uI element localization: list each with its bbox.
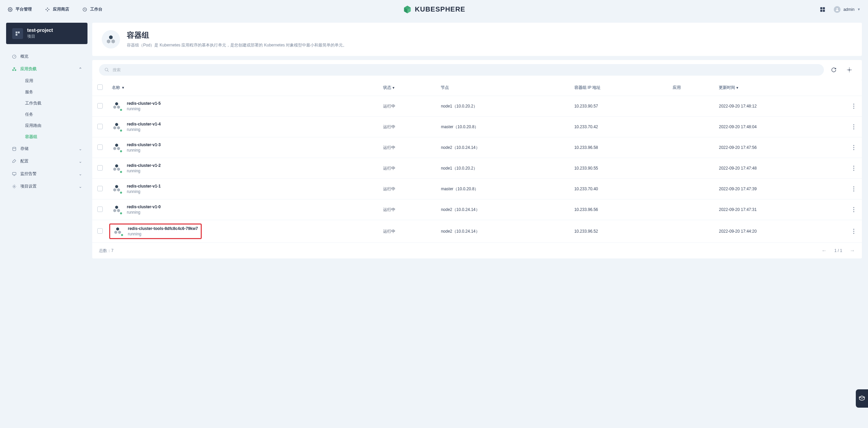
cell-ip: 10.233.70.42	[570, 117, 669, 137]
chevron-down-icon: ▼	[857, 7, 861, 11]
svg-point-23	[853, 147, 854, 148]
settings-icon	[12, 184, 17, 189]
cell-updated: 2022-09-20 17:47:48	[715, 158, 846, 179]
topbar-appstore[interactable]: 应用商店	[45, 6, 69, 12]
svg-rect-5	[823, 9, 825, 12]
table-row[interactable]: redis-cluster-v1-1 running 运行中 master（10…	[92, 179, 862, 199]
table-row[interactable]: redis-cluster-v1-2 running 运行中 node1（10.…	[92, 158, 862, 179]
pod-icon	[112, 204, 123, 215]
search-input[interactable]	[113, 67, 818, 72]
cell-ip: 10.233.96.56	[570, 199, 669, 220]
row-checkbox[interactable]	[97, 124, 103, 129]
row-checkbox[interactable]	[97, 228, 103, 234]
cell-status: 运行中	[379, 117, 437, 137]
col-status[interactable]: 状态▾	[379, 80, 437, 96]
pod-state: running	[127, 169, 161, 173]
table-row[interactable]: redis-cluster-v1-0 running 运行中 node2（10.…	[92, 199, 862, 220]
row-more-button[interactable]	[850, 206, 858, 214]
row-more-button[interactable]	[850, 143, 858, 152]
row-more-button[interactable]	[850, 164, 858, 172]
nav-sub-service[interactable]: 服务	[21, 86, 86, 98]
svg-point-22	[853, 145, 854, 146]
table-row[interactable]: redis-cluster-v1-4 running 运行中 master（10…	[92, 117, 862, 137]
project-sub: 项目	[27, 34, 53, 39]
page-next-button[interactable]: →	[850, 248, 855, 254]
row-more-button[interactable]	[850, 185, 858, 193]
pod-icon	[112, 101, 123, 112]
cell-ip: 10.233.90.55	[570, 158, 669, 179]
pod-name-cell[interactable]: redis-cluster-tools-8dfc8c4c6-79kw7 runn…	[113, 226, 198, 237]
appstore-icon	[45, 7, 50, 12]
svg-rect-3	[823, 7, 825, 9]
pod-name-cell[interactable]: redis-cluster-v1-0 running	[112, 204, 375, 215]
nav-sub-workload[interactable]: 工作负载	[21, 98, 86, 109]
refresh-button[interactable]	[828, 64, 840, 76]
page-prev-button[interactable]: ←	[822, 248, 827, 254]
svg-point-26	[853, 168, 854, 169]
row-checkbox[interactable]	[97, 186, 103, 191]
svg-point-0	[9, 9, 11, 10]
topbar-workbench-label: 工作台	[90, 6, 102, 12]
sort-icon: ▾	[736, 86, 738, 90]
cell-ip: 10.233.96.58	[570, 137, 669, 158]
row-more-button[interactable]	[850, 123, 858, 131]
pod-name-cell[interactable]: redis-cluster-v1-5 running	[112, 101, 375, 112]
help-fab[interactable]	[856, 389, 868, 408]
cell-node: node1（10.0.20.2）	[437, 158, 570, 179]
row-more-button[interactable]	[850, 102, 858, 110]
nav-sub-job[interactable]: 任务	[21, 109, 86, 120]
table-row[interactable]: redis-cluster-v1-5 running 运行中 node1（10.…	[92, 96, 862, 117]
pod-name-cell[interactable]: redis-cluster-v1-1 running	[112, 183, 375, 194]
cell-node: node2（10.0.24.14）	[437, 137, 570, 158]
col-name[interactable]: 名称▼	[108, 80, 379, 96]
svg-point-32	[853, 209, 854, 210]
nav-settings[interactable]: 项目设置 ⌄	[7, 180, 86, 193]
pod-name-cell[interactable]: redis-cluster-v1-4 running	[112, 121, 375, 132]
chevron-up-icon: ⌃	[79, 67, 82, 72]
svg-rect-7	[16, 32, 17, 33]
nav-sub-app[interactable]: 应用	[21, 75, 86, 86]
topbar-workbench[interactable]: 工作台	[82, 6, 102, 12]
select-all-checkbox[interactable]	[97, 84, 103, 90]
topbar-platform-label: 平台管理	[16, 6, 32, 12]
topbar-platform[interactable]: 平台管理	[7, 6, 32, 12]
row-more-button[interactable]	[850, 227, 858, 235]
brand[interactable]: KUBESPHERE	[403, 5, 466, 14]
project-card[interactable]: test-project 项目	[6, 23, 87, 44]
col-updated[interactable]: 更新时间▾	[715, 80, 846, 96]
row-checkbox[interactable]	[97, 207, 103, 212]
nav-workloads[interactable]: 应用负载 ⌃	[7, 63, 86, 75]
pod-name-cell[interactable]: redis-cluster-v1-2 running	[112, 163, 375, 174]
nav-monitor-label: 监控告警	[20, 171, 37, 177]
table: 名称▼ 状态▾ 节点 容器组 IP 地址 应用 更新时间▾ redis-clus…	[92, 80, 862, 258]
cell-ip: 10.233.70.40	[570, 179, 669, 199]
nav-sub-pod[interactable]: 容器组	[21, 131, 86, 142]
dashboard-icon	[12, 54, 17, 59]
nav-monitor[interactable]: 监控告警 ⌄	[7, 168, 86, 180]
svg-point-19	[853, 124, 854, 125]
user-menu[interactable]: admin ▼	[834, 6, 861, 13]
table-header-row: 名称▼ 状态▾ 节点 容器组 IP 地址 应用 更新时间▾	[92, 80, 862, 96]
table-row[interactable]: redis-cluster-v1-3 running 运行中 node2（10.…	[92, 137, 862, 158]
avatar-icon	[834, 6, 841, 13]
row-checkbox[interactable]	[97, 165, 103, 171]
pod-name-cell[interactable]: redis-cluster-v1-3 running	[112, 142, 375, 153]
nav-storage[interactable]: 存储 ⌄	[7, 142, 86, 155]
topbar-right: admin ▼	[820, 6, 861, 13]
pager: ← 1 / 1 →	[822, 248, 855, 254]
svg-point-36	[853, 233, 854, 234]
cell-app	[669, 96, 715, 117]
cell-app	[669, 179, 715, 199]
col-node: 节点	[437, 80, 570, 96]
apps-icon[interactable]	[820, 6, 826, 13]
settings-button[interactable]	[844, 64, 855, 76]
table-row[interactable]: redis-cluster-tools-8dfc8c4c6-79kw7 runn…	[92, 220, 862, 243]
nav-config[interactable]: 配置 ⌄	[7, 155, 86, 168]
row-checkbox[interactable]	[97, 103, 103, 109]
row-checkbox[interactable]	[97, 144, 103, 150]
svg-point-33	[853, 211, 854, 212]
nav-sub-route[interactable]: 应用路由	[21, 120, 86, 131]
nav-overview[interactable]: 概览	[7, 50, 86, 63]
brand-text: KUBESPHERE	[415, 5, 466, 13]
svg-point-31	[853, 207, 854, 208]
